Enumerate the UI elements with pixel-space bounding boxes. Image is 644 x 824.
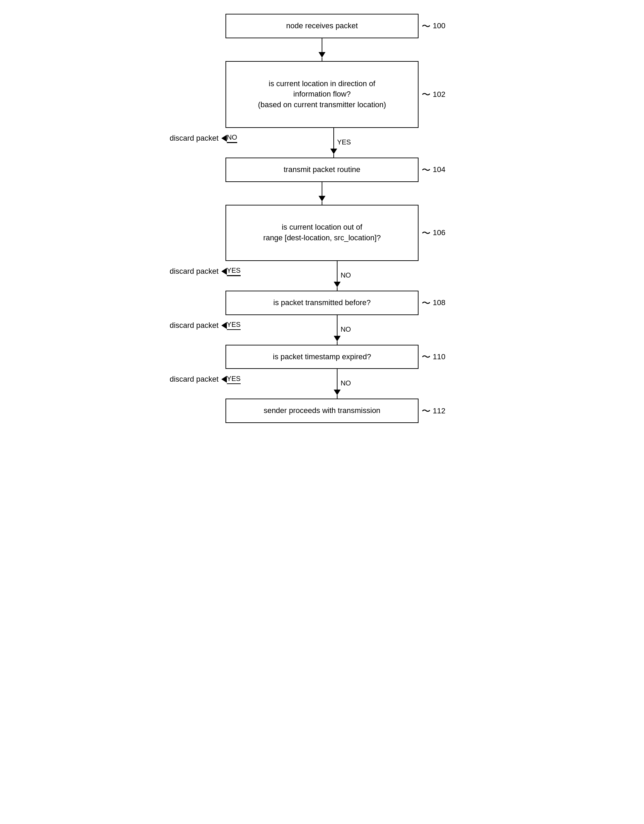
branch-110-left: discard packet YES — [167, 369, 241, 398]
vline-110c — [337, 395, 338, 398]
vline-102a — [334, 128, 334, 138]
branch-108-center: NO — [241, 315, 434, 345]
hline-yes-108 — [227, 329, 241, 330]
vline-110b — [337, 379, 338, 390]
vline-106a — [337, 261, 338, 271]
branch-108-right — [434, 315, 477, 345]
branch-110-right — [434, 369, 477, 398]
discard-108: discard packet — [167, 321, 221, 330]
label-no-110: NO — [341, 379, 351, 387]
connector-2 — [322, 182, 323, 196]
label-104: 〜 104 — [422, 164, 446, 175]
discard-102: discard packet — [167, 134, 221, 143]
branch-102-left: discard packet NO — [167, 128, 237, 158]
branch-102: discard packet NO YES — [167, 128, 477, 158]
label-102: 〜 102 — [422, 89, 446, 100]
vline-110a — [337, 369, 338, 379]
connector-2b — [322, 201, 323, 205]
branch-110-center: NO — [241, 369, 434, 398]
branch-106-right — [434, 261, 477, 291]
vline-106b — [337, 271, 338, 282]
label-100: 〜 100 — [422, 21, 446, 31]
vline-108c — [337, 341, 338, 345]
label-112: 〜 112 — [422, 406, 446, 416]
label-108: 〜 108 — [422, 298, 446, 308]
box-node-receives-packet: node receives packet 〜 100 — [226, 14, 418, 38]
arrow-down-110 — [334, 390, 341, 395]
label-yes-106: YES — [227, 266, 241, 274]
vline-108a — [337, 315, 338, 326]
box-current-location-range: is current location out of range [dest-l… — [226, 205, 418, 261]
arrow-down-102 — [330, 149, 337, 154]
box-current-location-direction: is current location in direction of info… — [226, 61, 418, 128]
discard-110: discard packet — [167, 375, 221, 384]
hline-yes-110 — [227, 383, 241, 384]
branch-110: discard packet YES NO — [167, 369, 477, 398]
arrow-left-106 — [221, 268, 227, 275]
label-no-102: NO — [227, 134, 237, 141]
branch-102-center: YES — [237, 128, 430, 158]
branch-108-left: discard packet YES — [167, 315, 241, 345]
label-no-106: NO — [341, 271, 351, 279]
label-yes-108: YES — [227, 321, 241, 329]
arrow-1 — [318, 52, 326, 58]
arrow-left-108 — [221, 322, 227, 329]
arrow-down-108 — [334, 336, 341, 341]
connector-1 — [322, 38, 323, 52]
branch-106-left: discard packet YES — [167, 261, 241, 291]
label-106: 〜 106 — [422, 228, 446, 238]
label-yes-102: YES — [337, 138, 351, 146]
flow-wrapper: node receives packet 〜 100 is current lo… — [167, 14, 477, 423]
box-packet-transmitted-before: is packet transmitted before? 〜 108 — [226, 291, 418, 315]
arrow-left-102 — [221, 135, 227, 142]
vline-102b — [334, 138, 334, 149]
box-packet-timestamp-expired: is packet timestamp expired? 〜 110 — [226, 345, 418, 369]
box-transmit-packet-routine: transmit packet routine 〜 104 — [226, 158, 418, 182]
label-yes-110: YES — [227, 375, 241, 383]
vline-106c — [337, 287, 338, 291]
branch-102-right — [430, 128, 477, 158]
label-no-108: NO — [341, 326, 351, 334]
diagram-container: node receives packet 〜 100 is current lo… — [167, 14, 477, 423]
hline-no-102 — [227, 142, 237, 143]
hline-yes-106 — [227, 275, 241, 276]
arrow-down-106 — [334, 282, 341, 287]
arrow-left-110 — [221, 376, 227, 383]
discard-106: discard packet — [167, 267, 221, 276]
vline-108b — [337, 326, 338, 336]
branch-108: discard packet YES NO — [167, 315, 477, 345]
box-sender-proceeds: sender proceeds with transmission 〜 112 — [226, 398, 418, 423]
arrow-2 — [318, 196, 326, 201]
vline-102c — [334, 154, 334, 158]
connector-1b — [322, 58, 323, 61]
label-110: 〜 110 — [422, 352, 446, 362]
branch-106: discard packet YES NO — [167, 261, 477, 291]
branch-106-center: NO — [241, 261, 434, 291]
